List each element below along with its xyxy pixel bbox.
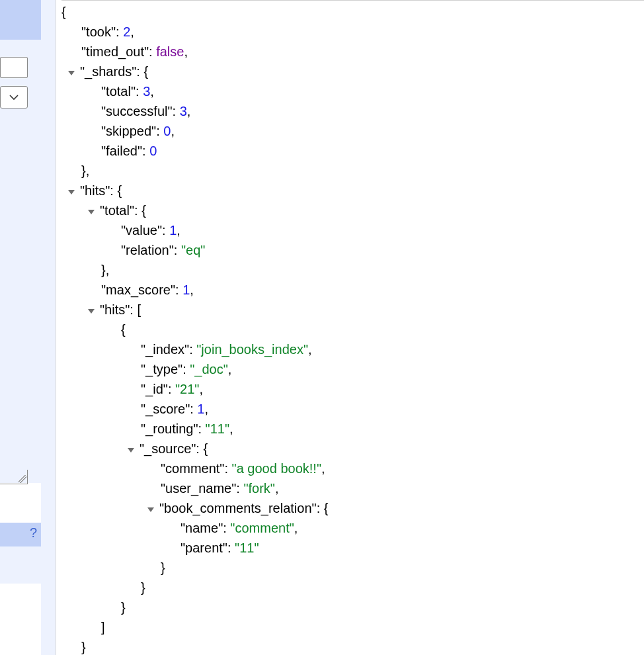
json-line: "took": 2,	[61, 22, 644, 42]
json-line: "parent": "11"	[61, 538, 644, 558]
line-gutter	[41, 0, 56, 655]
sidebar-panel-2	[0, 546, 41, 584]
json-line: "failed": 0	[61, 141, 644, 161]
json-line: "_source": {	[61, 439, 644, 459]
json-line: }	[61, 637, 644, 655]
chevron-down-icon	[9, 94, 19, 101]
json-line: "timed_out": false,	[61, 42, 644, 62]
json-line: "name": "comment",	[61, 518, 644, 538]
collapse-toggle[interactable]	[146, 505, 155, 514]
json-line: "_index": "join_books_index",	[61, 339, 644, 359]
collapse-toggle[interactable]	[87, 207, 96, 216]
left-sidebar: ?	[0, 0, 41, 655]
json-line: "total": 3,	[61, 81, 644, 101]
json-line: "user_name": "fork",	[61, 478, 644, 498]
json-line: "hits": {	[61, 181, 644, 200]
json-line: "skipped": 0,	[61, 121, 644, 141]
json-line: },	[61, 161, 644, 181]
json-line: "successful": 3,	[61, 101, 644, 121]
json-line: }	[61, 578, 644, 597]
json-line: {	[61, 0, 644, 22]
json-line: "comment": "a good book!!",	[61, 459, 644, 478]
json-line: ]	[61, 617, 644, 637]
json-line: "relation": "eq"	[61, 240, 644, 260]
json-line: {	[61, 320, 644, 339]
json-line: "value": 1,	[61, 220, 644, 240]
json-viewer: { "took": 2, "timed_out": false, "_shard…	[56, 0, 644, 655]
collapse-toggle[interactable]	[67, 68, 76, 77]
json-line: "_shards": {	[61, 62, 644, 81]
help-icon[interactable]: ?	[30, 525, 37, 541]
sidebar-highlight-2: ?	[0, 523, 41, 546]
json-line: }	[61, 597, 644, 617]
collapse-toggle[interactable]	[126, 445, 136, 455]
small-select-1[interactable]	[0, 86, 28, 109]
textarea-resize-handle[interactable]	[0, 470, 28, 484]
json-line: "_id": "21",	[61, 379, 644, 399]
json-line: "book_comments_relation": {	[61, 498, 644, 518]
json-line: "_routing": "11",	[61, 419, 644, 439]
json-line: "_type": "_doc",	[61, 359, 644, 379]
json-line: "hits": [	[61, 300, 644, 320]
json-line: "max_score": 1,	[61, 280, 644, 300]
json-line: },	[61, 260, 644, 280]
collapse-toggle[interactable]	[87, 306, 96, 316]
json-line: "total": {	[61, 200, 644, 220]
json-line: "_score": 1,	[61, 399, 644, 419]
json-line: }	[61, 558, 644, 578]
sidebar-highlight-1	[0, 0, 41, 40]
collapse-toggle[interactable]	[67, 187, 76, 196]
small-input-1[interactable]	[0, 57, 28, 78]
